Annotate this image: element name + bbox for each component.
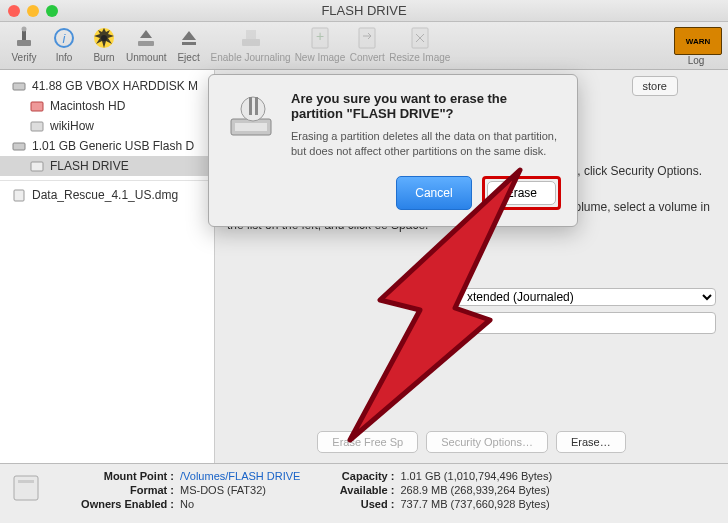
- dialog-cancel-button[interactable]: Cancel: [396, 176, 471, 210]
- toolbar-burn[interactable]: Burn: [86, 25, 122, 63]
- verify-icon: [11, 25, 37, 51]
- name-field[interactable]: [456, 312, 716, 334]
- sidebar-disk-vbox[interactable]: 41.88 GB VBOX HARDDISK M: [0, 76, 214, 96]
- details-pane: Mount Point :/Volumes/FLASH DRIVE Format…: [0, 463, 728, 523]
- svg-rect-0: [17, 40, 31, 46]
- sidebar-disk-usb[interactable]: 1.01 GB Generic USB Flash D: [0, 136, 214, 156]
- security-options-button[interactable]: Security Options…: [426, 431, 548, 453]
- svg-text:+: +: [316, 28, 324, 44]
- toolbar-log[interactable]: Log: [688, 55, 705, 66]
- svg-rect-22: [18, 480, 34, 483]
- dialog-erase-button[interactable]: Erase: [487, 181, 556, 205]
- sidebar: 41.88 GB VBOX HARDDISK M Macintosh HD wi…: [0, 70, 215, 463]
- burn-icon: [91, 25, 117, 51]
- disk-icon: [12, 79, 26, 93]
- svg-rect-24: [235, 123, 267, 131]
- sidebar-volume-flash-drive[interactable]: FLASH DRIVE: [0, 156, 214, 176]
- svg-rect-16: [31, 102, 43, 111]
- minimize-icon[interactable]: [27, 5, 39, 17]
- format-select[interactable]: xtended (Journaled): [456, 288, 716, 306]
- disk-utility-window: FLASH DRIVE Verify i Info Burn Unmount E…: [0, 0, 728, 523]
- window-controls: [8, 5, 58, 17]
- erase-button-highlight: Erase: [482, 176, 561, 210]
- toolbar: Verify i Info Burn Unmount Eject Enable …: [0, 22, 728, 70]
- toolbar-resize-image[interactable]: Resize Image: [389, 25, 450, 63]
- toolbar-info[interactable]: i Info: [46, 25, 82, 63]
- volume-icon: [30, 119, 44, 133]
- new-image-icon: +: [307, 25, 333, 51]
- toolbar-eject[interactable]: Eject: [171, 25, 207, 63]
- svg-rect-8: [182, 42, 196, 45]
- svg-text:i: i: [63, 31, 67, 46]
- svg-rect-18: [13, 143, 25, 150]
- toolbar-unmount[interactable]: Unmount: [126, 25, 167, 63]
- sidebar-volume-wikihow[interactable]: wikiHow: [0, 116, 214, 136]
- toolbar-convert[interactable]: Convert: [349, 25, 385, 63]
- info-icon: i: [51, 25, 77, 51]
- volume-large-icon: [12, 470, 40, 506]
- dialog-body-text: Erasing a partition deletes all the data…: [291, 129, 561, 160]
- tab-restore[interactable]: store: [632, 76, 678, 96]
- svg-rect-9: [242, 39, 260, 46]
- erase-free-space-button[interactable]: Erase Free Sp: [317, 431, 418, 453]
- dmg-icon: [12, 188, 26, 202]
- eject-icon: [176, 25, 202, 51]
- svg-rect-27: [255, 97, 258, 115]
- svg-point-25: [241, 97, 265, 121]
- disk-icon: [12, 139, 26, 153]
- svg-rect-15: [13, 83, 25, 90]
- erase-button[interactable]: Erase…: [556, 431, 626, 453]
- svg-rect-10: [246, 30, 256, 39]
- toolbar-enable-journaling[interactable]: Enable Journaling: [211, 25, 291, 63]
- svg-rect-19: [31, 162, 43, 171]
- disk-utility-app-icon: [225, 91, 277, 143]
- close-icon[interactable]: [8, 5, 20, 17]
- sidebar-dmg[interactable]: Data_Rescue_4.1_US.dmg: [0, 185, 214, 205]
- svg-rect-26: [249, 97, 252, 115]
- unmount-icon: [133, 25, 159, 51]
- svg-rect-13: [359, 28, 375, 48]
- warning-badge: WARN: [674, 27, 722, 55]
- journaling-icon: [238, 25, 264, 51]
- zoom-icon[interactable]: [46, 5, 58, 17]
- svg-rect-20: [14, 190, 24, 201]
- dialog-heading: Are you sure you want to erase the parti…: [291, 91, 561, 121]
- resize-icon: [407, 25, 433, 51]
- svg-rect-21: [14, 476, 38, 500]
- svg-point-2: [22, 27, 27, 32]
- volume-icon: [30, 99, 44, 113]
- svg-rect-7: [138, 41, 154, 46]
- toolbar-new-image[interactable]: + New Image: [295, 25, 346, 63]
- sidebar-volume-macintosh-hd[interactable]: Macintosh HD: [0, 96, 214, 116]
- convert-icon: [354, 25, 380, 51]
- toolbar-verify[interactable]: Verify: [6, 25, 42, 63]
- volume-icon: [30, 159, 44, 173]
- erase-confirmation-dialog: Are you sure you want to erase the parti…: [208, 74, 578, 227]
- window-title: FLASH DRIVE: [0, 3, 728, 18]
- svg-rect-17: [31, 122, 43, 131]
- mount-point-link[interactable]: /Volumes/FLASH DRIVE: [180, 470, 300, 482]
- titlebar: FLASH DRIVE: [0, 0, 728, 22]
